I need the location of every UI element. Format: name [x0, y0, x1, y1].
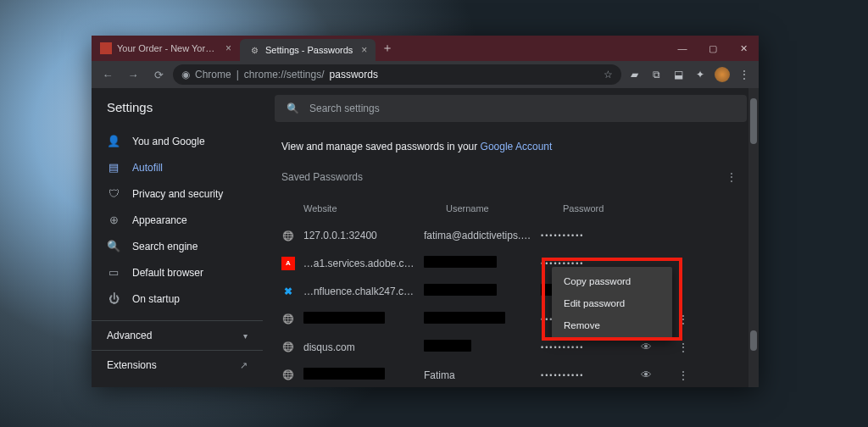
- section-more-icon[interactable]: ⋮: [723, 168, 740, 186]
- username-cell: [424, 256, 534, 270]
- search-icon: 🔍: [107, 240, 120, 252]
- minimize-button[interactable]: —: [667, 36, 698, 61]
- username-cell: [424, 312, 534, 326]
- nav-label: Appearance: [132, 214, 187, 226]
- scrollbar-track[interactable]: [748, 88, 759, 387]
- nav-search-engine[interactable]: 🔍Search engine: [92, 233, 263, 259]
- show-password-icon[interactable]: 👁: [641, 341, 665, 353]
- window-controls: — ▢ ✕: [667, 36, 759, 61]
- menu-edit-password[interactable]: Edit password: [552, 292, 672, 314]
- col-password: Password: [563, 203, 656, 214]
- nav-on-startup[interactable]: ⏻On startup: [92, 286, 263, 312]
- extensions-puzzle-icon[interactable]: ✦: [691, 65, 709, 84]
- nav-appearance[interactable]: ⊕Appearance: [92, 207, 263, 233]
- site-cell[interactable]: …nfluence.chalk247.com: [303, 286, 417, 297]
- tab-label: Settings - Passwords: [265, 45, 353, 55]
- url-sep: |: [236, 69, 239, 80]
- globe-icon: [281, 341, 295, 354]
- tab-label: Your Order - New York Style, Yu…: [117, 43, 217, 53]
- shield-icon: 🛡: [107, 187, 120, 200]
- bookmark-star-icon[interactable]: ☆: [604, 69, 613, 80]
- redacted: [424, 340, 471, 352]
- google-account-link[interactable]: Google Account: [481, 141, 553, 152]
- site-cell[interactable]: 127.0.0.1:32400: [303, 230, 377, 241]
- nav-you-and-google[interactable]: 👤You and Google: [92, 128, 263, 154]
- titlebar: Your Order - New York Style, Yu… × ⚙ Set…: [92, 36, 759, 61]
- chrome-menu-icon[interactable]: ⋮: [735, 65, 754, 84]
- nav-about-chrome[interactable]: About Chrome: [92, 380, 263, 387]
- site-cell[interactable]: disqus.com: [303, 341, 355, 353]
- scrollbar-thumb[interactable]: [750, 330, 757, 351]
- redacted: [424, 256, 497, 268]
- site-info-icon[interactable]: ◉: [181, 69, 190, 80]
- search-icon: 🔍: [287, 103, 299, 114]
- nav-label: Search engine: [132, 241, 198, 252]
- nav-autofill[interactable]: ▤Autofill: [92, 154, 263, 180]
- password-row: 127.0.0.1:32400 fatima@addictivetips.com…: [281, 222, 740, 249]
- extension-icon[interactable]: ⧉: [647, 65, 665, 84]
- profile-avatar[interactable]: [713, 65, 732, 84]
- show-password-icon[interactable]: 👁: [641, 369, 665, 381]
- password-cell: ••••••••••: [541, 343, 634, 352]
- password-cell: ••••••••••: [541, 371, 634, 380]
- redacted: [303, 312, 385, 324]
- col-username: Username: [446, 203, 556, 214]
- password-row: Fatima •••••••••• 👁 ⋮: [281, 361, 740, 387]
- advanced-label: Advanced: [107, 330, 152, 341]
- tab-order[interactable]: Your Order - New York Style, Yu… ×: [92, 36, 240, 61]
- settings-title: Settings: [92, 88, 263, 125]
- search-row: 🔍 Search settings: [263, 88, 759, 129]
- address-bar[interactable]: ◉ Chrome | chrome://settings/passwords ☆: [173, 64, 621, 85]
- maximize-button[interactable]: ▢: [698, 36, 728, 61]
- section-title: Saved Passwords: [281, 171, 363, 183]
- toolbar: ← → ⟳ ◉ Chrome | chrome://settings/passw…: [92, 61, 759, 88]
- nav-extensions[interactable]: Extensions ↗: [92, 350, 263, 380]
- autofill-icon: ▤: [107, 161, 120, 174]
- settings-main: 🔍 Search settings View and manage saved …: [263, 88, 759, 387]
- back-button[interactable]: ←: [97, 64, 119, 86]
- globe-icon: [281, 369, 295, 382]
- passwords-table: Website Username Password 127.0.0.1:3240…: [263, 190, 759, 387]
- row-context-menu: Copy password Edit password Remove: [552, 267, 672, 340]
- url-path: passwords: [330, 69, 378, 80]
- tab-close-icon[interactable]: ×: [225, 42, 231, 54]
- tab-favicon: [100, 42, 112, 54]
- settings-main-inner: 🔍 Search settings View and manage saved …: [263, 88, 759, 387]
- nav-label: On startup: [132, 293, 180, 305]
- nav-label: Privacy and security: [132, 188, 223, 200]
- reload-button[interactable]: ⟳: [147, 64, 170, 86]
- extensions-label: Extensions: [107, 359, 157, 371]
- menu-remove[interactable]: Remove: [552, 314, 672, 336]
- open-external-icon: ↗: [240, 360, 248, 371]
- url-host: chrome://settings/: [244, 69, 325, 80]
- browser-icon: ▭: [107, 266, 120, 279]
- new-tab-button[interactable]: ＋: [376, 36, 399, 61]
- close-button[interactable]: ✕: [728, 36, 759, 61]
- site-cell[interactable]: …a1.services.adobe.com: [303, 258, 417, 269]
- redacted: [303, 368, 385, 380]
- forward-button[interactable]: →: [122, 64, 144, 86]
- menu-copy-password[interactable]: Copy password: [552, 270, 672, 292]
- extension-icon[interactable]: ▰: [625, 65, 643, 84]
- row-more-icon[interactable]: ⋮: [671, 369, 695, 382]
- nav-label: Default browser: [132, 267, 203, 279]
- browser-window: Your Order - New York Style, Yu… × ⚙ Set…: [92, 36, 759, 387]
- username-cell: [424, 340, 534, 354]
- gear-icon: ⚙: [248, 44, 260, 56]
- row-more-icon[interactable]: ⋮: [671, 313, 695, 326]
- tab-close-icon[interactable]: ×: [361, 44, 367, 56]
- tab-settings[interactable]: ⚙ Settings - Passwords ×: [240, 39, 376, 61]
- nav-default-browser[interactable]: ▭Default browser: [92, 259, 263, 286]
- nav-advanced[interactable]: Advanced ▾: [92, 320, 263, 350]
- row-more-icon[interactable]: ⋮: [671, 341, 695, 354]
- nav-privacy[interactable]: 🛡Privacy and security: [92, 180, 263, 207]
- col-website: Website: [303, 203, 439, 214]
- site-cell[interactable]: [303, 312, 385, 326]
- search-settings-input[interactable]: 🔍 Search settings: [275, 95, 747, 122]
- username-cell: [424, 284, 534, 298]
- person-icon: 👤: [107, 135, 120, 147]
- extension-icon[interactable]: ⬓: [669, 65, 687, 84]
- scrollbar-thumb[interactable]: [750, 98, 757, 144]
- site-cell[interactable]: [303, 368, 385, 382]
- adobe-icon: A: [281, 257, 295, 270]
